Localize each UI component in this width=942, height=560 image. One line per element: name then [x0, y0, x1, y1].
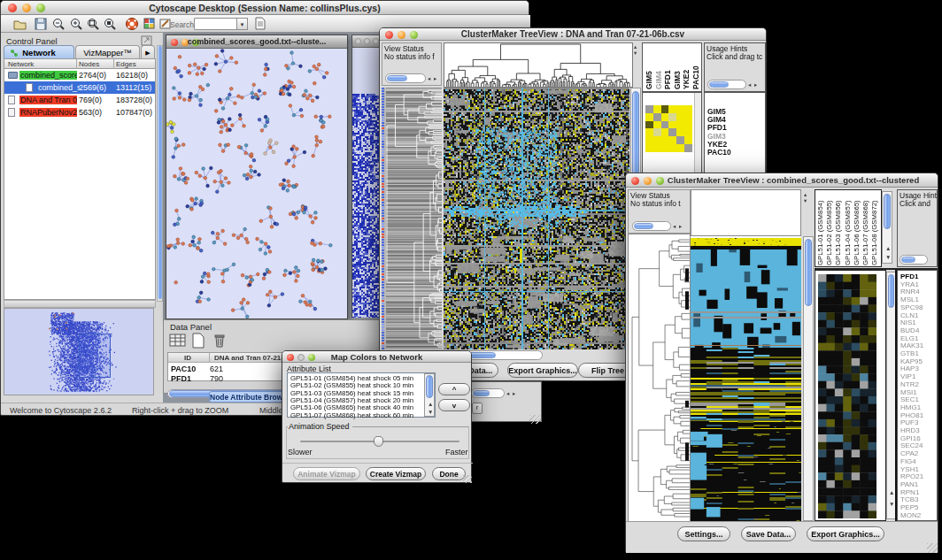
- move-down-button[interactable]: v: [438, 399, 470, 411]
- fragment-button[interactable]: r: [472, 403, 483, 414]
- gene-label[interactable]: TCB3: [900, 495, 918, 503]
- matrix-cell[interactable]: [668, 121, 676, 129]
- resize-grip[interactable]: [529, 415, 541, 424]
- col-network[interactable]: Network: [8, 60, 34, 68]
- zoom-out-icon[interactable]: [52, 18, 66, 31]
- matrix-cell[interactable]: [668, 136, 676, 144]
- data-row-id[interactable]: PAC10: [171, 364, 196, 373]
- scroll-down-icon[interactable]: ▾: [634, 50, 637, 56]
- vizmapper-icon[interactable]: [143, 18, 156, 30]
- move-up-button[interactable]: ^: [438, 383, 470, 395]
- gene-label[interactable]: MAK31: [900, 341, 923, 349]
- minimize-button[interactable]: [364, 38, 370, 44]
- tv1-row-dendrogram[interactable]: [382, 88, 442, 349]
- tv2-heatmap[interactable]: [691, 236, 801, 521]
- column-label[interactable]: GIM4: [654, 43, 663, 89]
- network-list-item[interactable]: RNAPuberNov2+563(0)107847(0): [4, 106, 155, 119]
- export-graphics-button[interactable]: Export Graphics...: [807, 526, 884, 541]
- resize-grip[interactable]: [463, 475, 472, 483]
- gene-label[interactable]: NIS1: [900, 318, 916, 326]
- tab-network[interactable]: Network: [4, 45, 74, 58]
- correlation-matrix[interactable]: [645, 105, 692, 152]
- column-label[interactable]: GPL51-02 (GSM855): [825, 190, 833, 265]
- animation-speed-slider-thumb[interactable]: [374, 436, 383, 447]
- gene-label[interactable]: MSI1: [900, 388, 917, 396]
- column-label[interactable]: GPL51-03 (GSM856): [834, 190, 842, 265]
- gene-label[interactable]: CPA2: [900, 449, 918, 457]
- gene-label[interactable]: SEC1: [900, 395, 919, 403]
- scroll-right-icon[interactable]: ▸: [754, 81, 757, 88]
- tv1-heatmap[interactable]: [444, 88, 629, 349]
- gene-label[interactable]: YRA1: [900, 280, 919, 288]
- matrix-cell[interactable]: [645, 136, 653, 144]
- matrix-cell[interactable]: [668, 105, 676, 113]
- scroll-down-icon[interactable]: ▼: [885, 254, 891, 260]
- data-row-value[interactable]: 790: [210, 374, 223, 383]
- scroll-up-icon[interactable]: ▲: [428, 401, 433, 407]
- network-canvas[interactable]: [166, 49, 347, 318]
- gene-label[interactable]: PAN1: [900, 480, 918, 488]
- close-button[interactable]: [631, 177, 639, 185]
- save-icon[interactable]: [35, 18, 47, 30]
- gene-label[interactable]: PEP5: [900, 503, 918, 511]
- scroll-down-icon[interactable]: ▾: [804, 197, 807, 203]
- gene-label[interactable]: PUF3: [900, 418, 918, 426]
- gene-label[interactable]: NTR2: [900, 380, 919, 388]
- column-label[interactable]: GIM3: [673, 43, 682, 89]
- gene-label[interactable]: KAP95: [900, 357, 923, 365]
- gene-label[interactable]: PFD1: [705, 124, 727, 132]
- gene-label[interactable]: PFD1: [900, 272, 918, 280]
- scroll-down-icon[interactable]: ▼: [889, 501, 894, 507]
- gene-label[interactable]: HRD3: [900, 426, 920, 434]
- zoom-button[interactable]: [373, 38, 379, 44]
- scrollbar-thumb[interactable]: [888, 274, 894, 308]
- gene-label[interactable]: VIP1: [900, 372, 915, 380]
- settings-button[interactable]: Settings...: [677, 526, 730, 541]
- matrix-cell[interactable]: [684, 136, 692, 144]
- matrix-cell[interactable]: [653, 136, 661, 144]
- gene-label[interactable]: GIM3: [705, 133, 726, 141]
- gene-label[interactable]: HMG1: [900, 403, 921, 411]
- col-edges[interactable]: Edges: [116, 60, 136, 68]
- attribute-list[interactable]: GPL51-01 (GSM854) heat shock 05 minGPL51…: [287, 372, 436, 418]
- matrix-cell[interactable]: [676, 105, 684, 113]
- tv2-zoom-heatmap[interactable]: [818, 274, 876, 518]
- matrix-cell[interactable]: [676, 144, 684, 152]
- attribute-list-item[interactable]: GPL51-07 (GSM868) heat shock 60 min: [290, 411, 413, 419]
- matrix-cell[interactable]: [676, 136, 684, 144]
- tv1-title-bar[interactable]: ClusterMaker TreeView : DNA and Tran 07-…: [380, 28, 766, 41]
- scroll-right-icon[interactable]: ▸: [434, 75, 436, 81]
- data-col-attr[interactable]: DNA and Tran 07-21-06: [214, 354, 291, 362]
- tab-overflow-button[interactable]: ▶: [141, 45, 155, 58]
- scroll-right-icon[interactable]: ▸: [679, 223, 682, 229]
- scroll-left-icon[interactable]: ◂: [428, 75, 430, 81]
- gene-label[interactable]: YSH1: [900, 465, 919, 473]
- gene-label[interactable]: BUD4: [900, 326, 919, 334]
- scroll-up-icon[interactable]: ▴: [804, 191, 807, 197]
- network-overview[interactable]: [4, 308, 154, 395]
- matrix-cell[interactable]: [676, 113, 684, 121]
- matrix-cell[interactable]: [668, 144, 676, 152]
- network-list-item[interactable]: DNA and Tran 07769(0)183728(0): [4, 94, 155, 106]
- gene-label[interactable]: RPN1: [900, 488, 919, 496]
- matrix-cell[interactable]: [661, 136, 669, 144]
- scroll-up-icon[interactable]: ▲: [885, 245, 891, 251]
- data-row-id[interactable]: PFD1: [171, 374, 191, 383]
- matrix-cell[interactable]: [661, 105, 669, 113]
- attribute-batch-icon[interactable]: [254, 17, 266, 30]
- col-nodes[interactable]: Nodes: [79, 60, 99, 68]
- scrollbar-thumb[interactable]: [632, 91, 639, 175]
- gene-label[interactable]: MSL1: [900, 295, 919, 303]
- main-title-bar[interactable]: Cytoscape Desktop (Session Name: collins…: [1, 1, 529, 15]
- scroll-down-icon[interactable]: ▼: [428, 409, 433, 415]
- network-list-item[interactable]: combined_scores_2764(0)16218(0): [4, 69, 155, 81]
- scroll-up-icon[interactable]: ▴: [634, 43, 637, 50]
- gene-label[interactable]: SEC24: [900, 441, 923, 449]
- gene-label[interactable]: GTB1: [900, 349, 919, 357]
- create-vizmap-button[interactable]: Create Vizmap: [366, 467, 426, 480]
- scrollbar-thumb[interactable]: [158, 46, 162, 299]
- column-label[interactable]: GPL51-04 (GSM857): [844, 190, 852, 265]
- matrix-cell[interactable]: [653, 121, 661, 129]
- network-name[interactable]: RNAPuberNov2+: [19, 108, 77, 117]
- zoom-fit-icon[interactable]: [87, 18, 100, 31]
